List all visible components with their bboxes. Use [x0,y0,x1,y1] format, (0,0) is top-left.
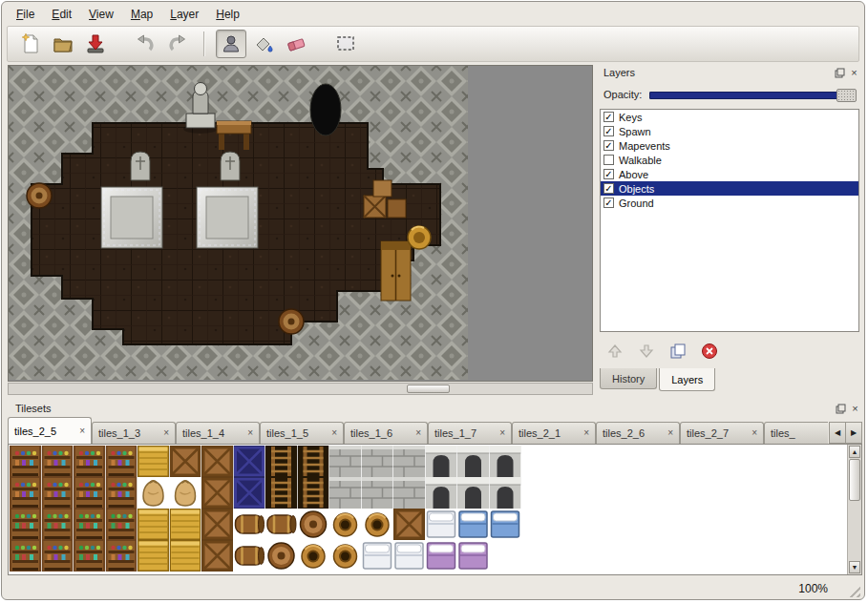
tileset-tile[interactable] [138,540,169,572]
tileset-tile[interactable] [10,509,41,540]
layer-visibility-checkbox[interactable] [603,155,614,165]
tileset-tile[interactable] [138,446,169,477]
detach-panel-icon[interactable] [835,403,847,415]
fill-tool-button[interactable] [248,30,279,58]
menu-help[interactable]: Help [207,5,248,25]
tileset-tab-tiles_1_6[interactable]: tiles_1_6× [344,422,428,444]
tileset-tile[interactable] [170,446,201,477]
tileset-tab-tiles_2_7[interactable]: tiles_2_7× [680,422,764,444]
layer-visibility-checkbox[interactable]: ✓ [603,112,614,122]
map-horizontal-scrollbar[interactable] [8,383,593,395]
layer-row-objects[interactable]: ✓Objects [601,181,858,196]
tileset-tile[interactable] [74,446,105,477]
tileset-tile[interactable] [329,446,361,477]
tileset-tile[interactable] [426,446,457,477]
stamp-tool-button[interactable] [216,30,246,58]
tileset-tile[interactable] [42,509,74,540]
layer-row-ground[interactable]: ✓Ground [601,196,858,210]
layer-visibility-checkbox[interactable]: ✓ [603,183,614,194]
tileset-tile[interactable] [201,446,233,477]
tileset-tile[interactable] [362,540,393,572]
new-map-button[interactable] [15,30,46,58]
map-canvas[interactable] [9,66,468,380]
tileset-tile[interactable] [201,509,233,540]
tileset-tile[interactable] [393,446,425,477]
tileset-tile[interactable] [234,540,265,572]
menu-layer[interactable]: Layer [161,5,207,25]
opacity-slider[interactable] [649,86,857,105]
tileset-tile[interactable] [106,509,138,540]
layer-delete-button[interactable] [700,342,719,361]
panel-tab-history[interactable]: History [600,368,657,389]
tileset-tile[interactable] [329,540,361,572]
tileset-tab-tiles_1_7[interactable]: tiles_1_7× [428,422,512,444]
close-tab-icon[interactable]: × [328,428,337,438]
tileset-tile[interactable] [393,477,425,509]
close-tab-icon[interactable]: × [748,428,757,438]
tileset-tile[interactable] [234,509,265,540]
close-tab-icon[interactable]: × [496,428,505,438]
layer-move-up-button[interactable] [605,342,625,361]
tileset-tile[interactable] [74,509,105,540]
tileset-tile[interactable] [426,540,457,572]
tileset-tile[interactable] [329,477,361,509]
tileset-tile[interactable] [74,540,105,572]
tileset-tile[interactable] [362,477,393,509]
tileset-tile[interactable] [490,509,521,540]
layer-row-keys[interactable]: ✓Keys [601,110,858,124]
close-panel-icon[interactable]: × [849,403,861,415]
menu-map[interactable]: Map [122,5,161,25]
detach-panel-icon[interactable] [834,67,846,79]
layer-duplicate-button[interactable] [668,342,688,361]
close-tab-icon[interactable]: × [75,426,85,436]
menu-view[interactable]: View [80,5,122,25]
tileset-tile[interactable] [265,446,297,477]
close-tab-icon[interactable]: × [243,428,253,438]
close-tab-icon[interactable]: × [664,428,673,438]
resize-grip[interactable] [846,583,860,597]
tileset-tile[interactable] [201,540,233,572]
open-map-button[interactable] [48,30,78,58]
opacity-slider-thumb[interactable] [836,89,857,102]
tileset-tile[interactable] [234,477,265,509]
eraser-tool-button[interactable] [281,30,311,58]
redo-button[interactable] [162,30,193,58]
tileset-tile[interactable] [393,509,425,540]
scroll-up-button[interactable]: ▲ [849,446,860,458]
map-viewport[interactable] [8,65,593,382]
tileset-tile[interactable] [265,509,297,540]
layer-row-above[interactable]: ✓Above [601,167,858,181]
tileset-tile[interactable] [490,446,521,477]
tileset-tile[interactable] [298,509,329,540]
undo-button[interactable] [130,30,160,58]
tileset-tile[interactable] [426,509,457,540]
tileset-tile[interactable] [170,509,201,540]
scroll-down-button[interactable]: ▼ [849,561,860,573]
close-tab-icon[interactable]: × [412,428,421,438]
tileset-tile[interactable] [457,477,489,509]
layer-row-mapevents[interactable]: ✓Mapevents [601,138,858,153]
layer-row-walkable[interactable]: Walkable [601,153,858,167]
tileset-tile[interactable] [234,446,265,477]
tileset-vscroll-thumb[interactable] [849,459,860,501]
scroll-tabs-right-button[interactable]: ▶ [846,423,861,443]
menu-edit[interactable]: Edit [43,5,80,25]
tileset-tab-tiles_1_4[interactable]: tiles_1_4× [176,422,260,444]
map-hscroll-thumb[interactable] [407,385,450,393]
tileset-tile[interactable] [329,509,361,540]
tileset-tile[interactable] [265,477,297,509]
tileset-tile[interactable] [10,477,41,509]
tileset-tile[interactable] [10,446,41,477]
close-tab-icon[interactable]: × [159,428,169,438]
tileset-tile[interactable] [170,540,201,572]
tileset-tile[interactable] [298,477,329,509]
tileset-tile[interactable] [106,540,138,572]
tileset-tile[interactable] [457,540,489,572]
tileset-tile[interactable] [201,477,233,509]
tileset-tab-tiles[interactable]: tiles_× [764,422,828,444]
layer-visibility-checkbox[interactable]: ✓ [603,169,614,179]
tileset-tile[interactable] [457,446,489,477]
layer-row-spawn[interactable]: ✓Spawn [601,124,858,138]
tileset-canvas[interactable] [10,446,522,572]
close-panel-icon[interactable]: × [848,67,860,79]
